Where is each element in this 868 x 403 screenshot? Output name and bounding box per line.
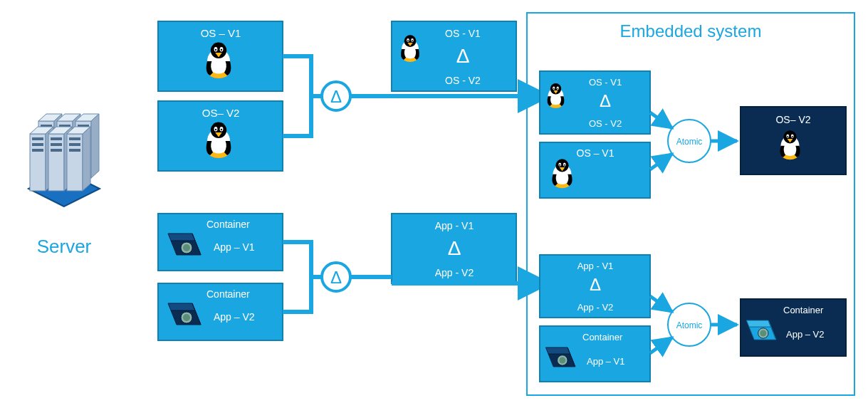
svg-point-101 [787,136,788,137]
svg-point-66 [183,314,190,321]
label-container: Container [582,332,623,342]
label-app-final: App – V2 [786,329,825,340]
label-app-v1: App – V1 [214,241,255,253]
svg-rect-29 [51,143,62,146]
svg-rect-25 [48,134,64,191]
svg-marker-113 [746,320,770,327]
delta-symbol: Δ [330,268,342,287]
svg-rect-31 [67,134,83,191]
atomic-label: Atomic [676,137,703,147]
svg-marker-33 [83,127,90,191]
delta-symbol: Δ [330,87,342,106]
box-os-v1-embedded: OS – V1 [540,142,650,198]
svg-rect-22 [32,137,43,140]
label-os-d-v1: OS - V1 [589,77,622,88]
label-app-d-v1: App - V1 [577,261,614,271]
box-os-v1: OS – V1 [158,21,283,91]
svg-point-84 [557,88,558,89]
svg-point-73 [407,40,409,41]
label-container: Container [206,219,250,230]
box-app-delta: App - V1 Δ App - V2 [392,214,516,283]
label-os-d-v2: OS - V2 [589,118,622,129]
svg-marker-107 [545,347,570,354]
svg-point-60 [183,244,190,251]
label-os-d-v1: OS - V1 [445,28,481,39]
arrow-app-v1-to-atomic [650,337,672,353]
label-app-d-v1: App - V1 [435,220,474,231]
delta-symbol: Δ [456,45,470,67]
svg-point-74 [412,40,413,41]
label-os-final: OS– V2 [775,114,810,125]
box-os-delta: OS - V1 Δ OS - V2 [392,21,516,91]
svg-point-110 [559,357,565,364]
box-container-v2: Container App – V2 [158,283,283,340]
arrow-app-delta-to-atomic [650,296,672,312]
box-app-delta-embedded: App - V1 Δ App - V2 [540,255,650,318]
server-icon [28,114,100,206]
label-os-v1: OS – V1 [201,27,241,39]
box-os-final: OS– V2 [741,107,846,174]
svg-marker-63 [168,303,195,310]
box-container-v1-embedded: Container App – V1 [540,326,650,382]
svg-point-53 [221,129,222,130]
svg-rect-28 [51,137,62,140]
svg-rect-19 [30,134,46,191]
svg-point-52 [215,129,216,130]
delta-symbol: Δ [590,275,601,294]
svg-rect-24 [32,149,43,152]
svg-rect-34 [69,137,80,140]
box-container-v1: Container App – V1 [158,214,283,271]
svg-marker-57 [168,234,195,241]
arrow-os-delta-to-atomic [650,112,672,128]
arrow-os-v1-to-atomic [650,154,672,169]
svg-point-102 [792,136,793,137]
svg-rect-36 [69,149,80,152]
label-os-v1: OS – V1 [577,147,615,159]
label-app-d-v2: App - V2 [577,302,614,313]
svg-rect-35 [69,143,80,146]
svg-point-44 [221,49,222,51]
label-os-d-v2: OS - V2 [445,75,481,86]
connector-os-merge [283,56,325,136]
box-container-final: Container App – V2 [741,299,846,356]
svg-rect-23 [32,143,43,146]
svg-marker-15 [91,114,99,178]
label-app-d-v2: App - V2 [435,267,474,278]
embedded-label: Embedded system [620,21,762,41]
label-app-v2: App – V2 [214,311,255,323]
label-app-v1: App – V1 [587,356,625,367]
box-os-v2: OS– V2 [158,101,283,171]
svg-point-92 [559,164,560,166]
connector-app-merge [283,242,325,312]
svg-point-83 [553,88,555,89]
atomic-label: Atomic [676,320,703,330]
delta-symbol: Δ [600,91,611,110]
delta-symbol: Δ [448,237,461,259]
label-os-v2: OS– V2 [202,107,240,119]
box-os-delta-embedded: OS - V1 Δ OS - V2 [540,71,650,134]
svg-point-93 [564,164,565,166]
server-label: Server [37,236,92,257]
svg-point-43 [215,49,216,51]
svg-rect-30 [51,149,62,152]
label-container: Container [206,288,250,300]
svg-point-116 [760,330,766,337]
label-container-final: Container [783,305,824,315]
